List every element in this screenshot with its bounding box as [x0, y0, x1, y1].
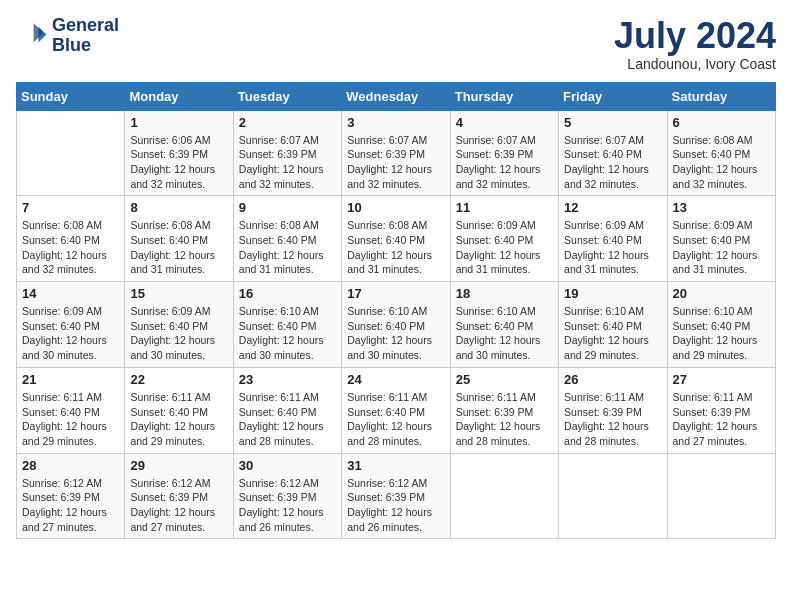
day-number: 26	[564, 372, 661, 387]
month-year: July 2024	[614, 16, 776, 56]
day-info: Sunrise: 6:12 AM Sunset: 6:39 PM Dayligh…	[22, 476, 119, 535]
day-info: Sunrise: 6:10 AM Sunset: 6:40 PM Dayligh…	[673, 304, 770, 363]
weekday-header-monday: Monday	[125, 82, 233, 110]
day-info: Sunrise: 6:09 AM Sunset: 6:40 PM Dayligh…	[22, 304, 119, 363]
calendar-cell: 2Sunrise: 6:07 AM Sunset: 6:39 PM Daylig…	[233, 110, 341, 196]
day-number: 22	[130, 372, 227, 387]
day-number: 30	[239, 458, 336, 473]
day-info: Sunrise: 6:09 AM Sunset: 6:40 PM Dayligh…	[564, 218, 661, 277]
page-header: General Blue July 2024 Landounou, Ivory …	[16, 16, 776, 72]
title-block: July 2024 Landounou, Ivory Coast	[614, 16, 776, 72]
day-info: Sunrise: 6:07 AM Sunset: 6:39 PM Dayligh…	[456, 133, 553, 192]
day-number: 17	[347, 286, 444, 301]
day-number: 16	[239, 286, 336, 301]
calendar-cell: 18Sunrise: 6:10 AM Sunset: 6:40 PM Dayli…	[450, 282, 558, 368]
day-number: 6	[673, 115, 770, 130]
day-number: 14	[22, 286, 119, 301]
calendar-cell: 8Sunrise: 6:08 AM Sunset: 6:40 PM Daylig…	[125, 196, 233, 282]
day-number: 31	[347, 458, 444, 473]
calendar-cell: 9Sunrise: 6:08 AM Sunset: 6:40 PM Daylig…	[233, 196, 341, 282]
calendar-cell: 14Sunrise: 6:09 AM Sunset: 6:40 PM Dayli…	[17, 282, 125, 368]
day-info: Sunrise: 6:10 AM Sunset: 6:40 PM Dayligh…	[564, 304, 661, 363]
weekday-header-sunday: Sunday	[17, 82, 125, 110]
calendar-cell: 24Sunrise: 6:11 AM Sunset: 6:40 PM Dayli…	[342, 367, 450, 453]
weekday-header-thursday: Thursday	[450, 82, 558, 110]
location: Landounou, Ivory Coast	[614, 56, 776, 72]
day-info: Sunrise: 6:08 AM Sunset: 6:40 PM Dayligh…	[22, 218, 119, 277]
calendar-cell: 1Sunrise: 6:06 AM Sunset: 6:39 PM Daylig…	[125, 110, 233, 196]
calendar-cell: 13Sunrise: 6:09 AM Sunset: 6:40 PM Dayli…	[667, 196, 775, 282]
calendar-body: 1Sunrise: 6:06 AM Sunset: 6:39 PM Daylig…	[17, 110, 776, 539]
day-number: 8	[130, 200, 227, 215]
calendar-cell: 22Sunrise: 6:11 AM Sunset: 6:40 PM Dayli…	[125, 367, 233, 453]
calendar-cell: 31Sunrise: 6:12 AM Sunset: 6:39 PM Dayli…	[342, 453, 450, 539]
calendar-cell: 16Sunrise: 6:10 AM Sunset: 6:40 PM Dayli…	[233, 282, 341, 368]
calendar-cell: 12Sunrise: 6:09 AM Sunset: 6:40 PM Dayli…	[559, 196, 667, 282]
calendar-cell	[17, 110, 125, 196]
calendar-cell: 11Sunrise: 6:09 AM Sunset: 6:40 PM Dayli…	[450, 196, 558, 282]
calendar-cell: 21Sunrise: 6:11 AM Sunset: 6:40 PM Dayli…	[17, 367, 125, 453]
day-number: 21	[22, 372, 119, 387]
day-number: 4	[456, 115, 553, 130]
day-info: Sunrise: 6:10 AM Sunset: 6:40 PM Dayligh…	[456, 304, 553, 363]
day-number: 28	[22, 458, 119, 473]
calendar-cell: 6Sunrise: 6:08 AM Sunset: 6:40 PM Daylig…	[667, 110, 775, 196]
weekday-header-row: SundayMondayTuesdayWednesdayThursdayFrid…	[17, 82, 776, 110]
day-info: Sunrise: 6:07 AM Sunset: 6:39 PM Dayligh…	[239, 133, 336, 192]
calendar-cell	[450, 453, 558, 539]
day-number: 13	[673, 200, 770, 215]
day-number: 24	[347, 372, 444, 387]
calendar-cell: 7Sunrise: 6:08 AM Sunset: 6:40 PM Daylig…	[17, 196, 125, 282]
day-info: Sunrise: 6:07 AM Sunset: 6:39 PM Dayligh…	[347, 133, 444, 192]
day-info: Sunrise: 6:08 AM Sunset: 6:40 PM Dayligh…	[673, 133, 770, 192]
day-info: Sunrise: 6:10 AM Sunset: 6:40 PM Dayligh…	[239, 304, 336, 363]
day-number: 19	[564, 286, 661, 301]
day-number: 9	[239, 200, 336, 215]
day-info: Sunrise: 6:11 AM Sunset: 6:39 PM Dayligh…	[456, 390, 553, 449]
day-number: 10	[347, 200, 444, 215]
calendar-cell	[667, 453, 775, 539]
day-info: Sunrise: 6:11 AM Sunset: 6:39 PM Dayligh…	[564, 390, 661, 449]
day-info: Sunrise: 6:11 AM Sunset: 6:40 PM Dayligh…	[347, 390, 444, 449]
day-number: 25	[456, 372, 553, 387]
day-info: Sunrise: 6:11 AM Sunset: 6:40 PM Dayligh…	[22, 390, 119, 449]
calendar-cell: 5Sunrise: 6:07 AM Sunset: 6:40 PM Daylig…	[559, 110, 667, 196]
day-info: Sunrise: 6:08 AM Sunset: 6:40 PM Dayligh…	[130, 218, 227, 277]
day-info: Sunrise: 6:11 AM Sunset: 6:40 PM Dayligh…	[130, 390, 227, 449]
logo: General Blue	[16, 16, 119, 56]
calendar-cell: 30Sunrise: 6:12 AM Sunset: 6:39 PM Dayli…	[233, 453, 341, 539]
calendar-week-1: 1Sunrise: 6:06 AM Sunset: 6:39 PM Daylig…	[17, 110, 776, 196]
day-info: Sunrise: 6:08 AM Sunset: 6:40 PM Dayligh…	[239, 218, 336, 277]
calendar-cell: 20Sunrise: 6:10 AM Sunset: 6:40 PM Dayli…	[667, 282, 775, 368]
calendar-cell: 25Sunrise: 6:11 AM Sunset: 6:39 PM Dayli…	[450, 367, 558, 453]
calendar-cell: 19Sunrise: 6:10 AM Sunset: 6:40 PM Dayli…	[559, 282, 667, 368]
day-number: 11	[456, 200, 553, 215]
day-number: 23	[239, 372, 336, 387]
calendar-cell: 27Sunrise: 6:11 AM Sunset: 6:39 PM Dayli…	[667, 367, 775, 453]
calendar-cell: 10Sunrise: 6:08 AM Sunset: 6:40 PM Dayli…	[342, 196, 450, 282]
day-info: Sunrise: 6:11 AM Sunset: 6:40 PM Dayligh…	[239, 390, 336, 449]
calendar-week-2: 7Sunrise: 6:08 AM Sunset: 6:40 PM Daylig…	[17, 196, 776, 282]
weekday-header-friday: Friday	[559, 82, 667, 110]
day-number: 20	[673, 286, 770, 301]
calendar-cell: 4Sunrise: 6:07 AM Sunset: 6:39 PM Daylig…	[450, 110, 558, 196]
day-info: Sunrise: 6:09 AM Sunset: 6:40 PM Dayligh…	[456, 218, 553, 277]
day-info: Sunrise: 6:11 AM Sunset: 6:39 PM Dayligh…	[673, 390, 770, 449]
calendar-table: SundayMondayTuesdayWednesdayThursdayFrid…	[16, 82, 776, 540]
day-number: 29	[130, 458, 227, 473]
day-number: 2	[239, 115, 336, 130]
day-number: 7	[22, 200, 119, 215]
day-number: 27	[673, 372, 770, 387]
calendar-week-3: 14Sunrise: 6:09 AM Sunset: 6:40 PM Dayli…	[17, 282, 776, 368]
day-info: Sunrise: 6:08 AM Sunset: 6:40 PM Dayligh…	[347, 218, 444, 277]
day-info: Sunrise: 6:10 AM Sunset: 6:40 PM Dayligh…	[347, 304, 444, 363]
day-number: 5	[564, 115, 661, 130]
day-info: Sunrise: 6:09 AM Sunset: 6:40 PM Dayligh…	[130, 304, 227, 363]
calendar-cell: 29Sunrise: 6:12 AM Sunset: 6:39 PM Dayli…	[125, 453, 233, 539]
calendar-cell: 15Sunrise: 6:09 AM Sunset: 6:40 PM Dayli…	[125, 282, 233, 368]
calendar-cell: 17Sunrise: 6:10 AM Sunset: 6:40 PM Dayli…	[342, 282, 450, 368]
day-number: 15	[130, 286, 227, 301]
calendar-week-5: 28Sunrise: 6:12 AM Sunset: 6:39 PM Dayli…	[17, 453, 776, 539]
day-info: Sunrise: 6:06 AM Sunset: 6:39 PM Dayligh…	[130, 133, 227, 192]
calendar-week-4: 21Sunrise: 6:11 AM Sunset: 6:40 PM Dayli…	[17, 367, 776, 453]
